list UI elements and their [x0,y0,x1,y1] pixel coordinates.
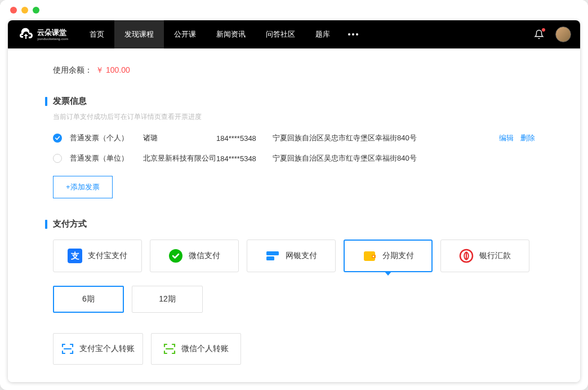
invoice-address: 宁夏回族自治区吴忠市红寺堡区幸福街840号 [273,133,493,143]
nav-home[interactable]: 首页 [79,20,114,48]
pay-label: 支付宝支付 [88,251,127,261]
wechat-pay-icon [168,249,183,263]
bank-icon [459,249,474,263]
unionpay-icon [265,249,280,263]
invoice-row-company[interactable]: 普通发票（单位） 北京昱新科技有限公司 184****5348 宁夏回族自治区吴… [53,153,535,163]
balance-row: 使用余额：￥ 100.00 [53,65,535,76]
svg-rect-3 [266,251,279,255]
invoice-phone: 184****5348 [216,134,273,143]
invoice-type: 普通发票（单位） [70,153,143,163]
nav-discover[interactable]: 发现课程 [114,20,164,48]
section-bar [45,97,47,106]
scan-icon [163,343,176,355]
payment-section-title: 支付方式 [53,219,87,229]
nav-news[interactable]: 新闻资讯 [206,20,256,48]
pay-unionpay[interactable]: 网银支付 [247,240,336,272]
pay-wechat[interactable]: 微信支付 [150,240,239,272]
invoice-name: 北京昱新科技有限公司 [143,153,216,163]
pay-label: 分期支付 [382,251,414,261]
wechat-personal-transfer[interactable]: 微信个人转账 [151,333,241,365]
invoice-name: 诸璐 [143,133,216,143]
pay-alipay[interactable]: 支 支付宝支付 [53,240,142,272]
notification-bell-icon[interactable] [534,29,544,39]
installment-6[interactable]: 6期 [53,286,124,313]
nav-open-class[interactable]: 公开课 [164,20,206,48]
top-navigation: 云朵课堂 yunduoketang.com 首页 发现课程 公开课 新闻资讯 问… [8,20,580,48]
notification-dot [542,28,545,32]
pay-label: 微信支付 [189,251,220,261]
nav-question-bank[interactable]: 题库 [305,20,340,48]
svg-rect-4 [266,256,274,260]
window-titlebar [0,0,588,20]
transfer-label: 支付宝个人转账 [79,344,135,354]
nav-more-icon[interactable] [340,20,366,48]
brand-logo[interactable]: 云朵课堂 yunduoketang.com [17,25,68,43]
nav-items: 首页 发现课程 公开课 新闻资讯 问答社区 题库 [79,20,366,48]
invoice-row-personal[interactable]: 普通发票（个人） 诸璐 184****5348 宁夏回族自治区吴忠市红寺堡区幸福… [53,133,535,143]
scan-icon [61,343,74,355]
pay-label: 银行汇款 [479,251,511,261]
pay-label: 网银支付 [286,251,317,261]
invoice-type: 普通发票（个人） [70,133,143,143]
maximize-window[interactable] [33,7,39,14]
wallet-icon [362,249,377,263]
svg-point-2 [169,249,182,263]
close-window[interactable] [10,7,17,14]
add-invoice-button[interactable]: +添加发票 [53,176,113,198]
edit-invoice-link[interactable]: 编辑 [499,133,514,143]
invoice-hint: 当前订单支付成功后可在订单详情页查看开票进度 [53,112,535,122]
svg-text:支: 支 [70,251,79,260]
pay-bank[interactable]: 银行汇款 [440,240,529,272]
balance-value: ￥ 100.00 [96,65,130,74]
alipay-icon: 支 [68,249,82,263]
pay-installment[interactable]: 分期支付 [344,240,433,272]
minimize-window[interactable] [21,7,28,14]
invoice-phone: 184****5348 [216,154,273,163]
nav-qa[interactable]: 问答社区 [256,20,305,48]
alipay-personal-transfer[interactable]: 支付宝个人转账 [53,333,143,365]
delete-invoice-link[interactable]: 删除 [520,133,535,143]
invoice-section-title: 发票信息 [53,96,87,107]
invoice-address: 宁夏回族自治区吴忠市红寺堡区幸福街840号 [273,153,535,163]
transfer-label: 微信个人转账 [181,344,229,354]
installment-12[interactable]: 12期 [132,286,203,313]
section-bar [45,220,47,229]
radio-unchecked-icon[interactable] [53,154,62,163]
user-avatar[interactable] [555,26,571,42]
balance-label: 使用余额： [53,65,92,74]
radio-checked-icon[interactable] [53,134,62,143]
svg-point-6 [373,256,375,258]
